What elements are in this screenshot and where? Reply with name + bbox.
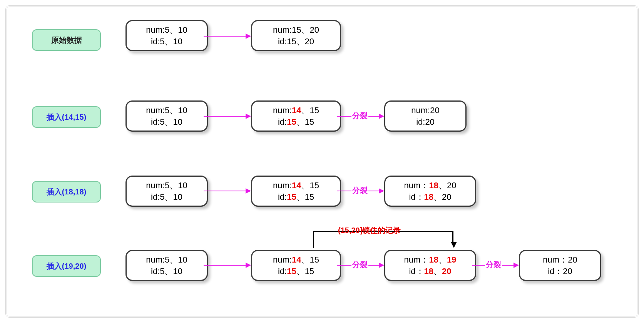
node-text: num:20: [411, 105, 439, 115]
arrow-head-icon: [379, 188, 384, 194]
node-line: num:14、15: [273, 180, 319, 191]
lock-bracket-left: [313, 231, 314, 248]
node-text: num:5、10: [146, 105, 187, 115]
node-text: id:5、10: [151, 117, 182, 127]
arrow-line: [204, 116, 246, 117]
node-text: id:5、10: [151, 37, 182, 46]
node-text: 18: [424, 192, 433, 202]
node-text: id:5、10: [151, 192, 182, 202]
node-line: id:15、15: [278, 191, 314, 203]
arrow-head-icon: [379, 263, 384, 268]
node-line: num:14、15: [273, 105, 319, 116]
node-text: 18: [429, 181, 438, 190]
node-text: 18: [429, 255, 438, 264]
arrow-label: 分裂: [351, 259, 368, 270]
outer-frame: 原始数据num:5、10id:5、10num:15、20id:15、20插入(1…: [5, 5, 639, 318]
node-text: 、: [438, 255, 447, 264]
tree-node: num:5、10id:5、10: [125, 250, 208, 281]
node-text: 、15: [301, 105, 319, 115]
node-text: 14: [292, 255, 301, 264]
row-label: 插入(14,15): [32, 106, 101, 128]
tree-node: num:14、15id:15、15: [251, 100, 341, 132]
node-text: num：: [404, 181, 429, 190]
tree-node: num:5、10id:5、10: [125, 176, 208, 207]
node-text: num:: [273, 105, 292, 115]
arrow-label-text: 分裂: [486, 260, 501, 269]
tree-node: num:5、10id:5、10: [125, 100, 208, 132]
row-label-text: 插入(18,18): [47, 187, 86, 197]
tree-node: num:14、15id:15、15: [251, 250, 341, 281]
node-text: id：: [409, 266, 424, 276]
node-line: id:15、15: [278, 266, 314, 277]
arrow-head-icon: [246, 188, 251, 194]
row-label-text: 插入(14,15): [47, 112, 86, 122]
node-line: num:5、10: [146, 105, 187, 116]
arrow-label: 分裂: [351, 110, 368, 121]
node-text: 、15: [296, 266, 314, 276]
arrow-line: [204, 36, 246, 37]
node-text: num:: [273, 181, 292, 190]
tree-node: num：20id：20: [519, 250, 601, 281]
row-label-text: 原始数据: [51, 35, 82, 45]
node-text: 、: [433, 266, 442, 276]
node-line: num：20: [543, 254, 577, 266]
node-line: num:5、10: [146, 254, 187, 266]
node-line: num:15、20: [273, 24, 319, 36]
row-label-text: 插入(19,20): [47, 261, 86, 271]
node-text: 、15: [296, 117, 314, 127]
node-line: id:5、10: [151, 266, 182, 277]
node-text: id:20: [416, 117, 435, 127]
node-text: num：: [404, 255, 429, 264]
tree-node: num:14、15id:15、15: [251, 176, 341, 207]
outer-container: 原始数据num:5、10id:5、10num:15、20id:15、20插入(1…: [0, 0, 644, 323]
lock-label: (15,20]锁住的记录: [338, 225, 401, 236]
arrow-head-icon: [514, 263, 519, 268]
tree-node: num:5、10id:5、10: [125, 20, 208, 51]
node-line: id:15、20: [278, 36, 314, 47]
node-text: id：: [409, 192, 424, 202]
arrow-head-icon: [379, 114, 384, 119]
arrow-head-icon: [246, 114, 251, 119]
arrow-line: [204, 265, 246, 266]
arrow-label-text: 分裂: [352, 186, 368, 194]
node-text: id:: [278, 192, 287, 202]
node-text: id:: [278, 266, 287, 276]
arrow-label: 分裂: [485, 259, 502, 270]
node-line: id：20: [548, 266, 572, 277]
node-line: id:5、10: [151, 116, 182, 128]
node-text: 14: [292, 105, 301, 115]
arrow-label-text: 分裂: [352, 111, 368, 120]
row-label: 插入(18,18): [32, 181, 101, 203]
node-text: 15: [287, 266, 296, 276]
node-text: 、15: [301, 255, 319, 264]
node-line: num:20: [411, 105, 439, 116]
node-line: id:5、10: [151, 36, 182, 47]
node-text: num:: [273, 255, 292, 264]
node-line: id:20: [416, 116, 435, 128]
row-label: 插入(19,20): [32, 255, 101, 277]
node-text: 20: [442, 266, 451, 276]
node-line: num:14、15: [273, 254, 319, 266]
lock-arrow-head-icon: [451, 242, 457, 248]
node-text: 15: [287, 192, 296, 202]
node-text: id：20: [548, 266, 572, 276]
node-text: 、20: [438, 181, 456, 190]
node-text: id:15、20: [278, 37, 314, 46]
node-text: 18: [424, 266, 433, 276]
arrow-line: [204, 191, 246, 191]
tree-node: num:20id:20: [384, 100, 467, 132]
node-line: num:5、10: [146, 24, 187, 36]
node-line: num：18、19: [404, 254, 457, 266]
row-label: 原始数据: [32, 29, 101, 51]
node-line: id:15、15: [278, 116, 314, 128]
arrow-head-icon: [246, 33, 251, 39]
arrow-label: 分裂: [351, 185, 368, 196]
tree-node: num：18、19id：18、20: [384, 250, 476, 281]
node-text: num:5、10: [146, 181, 187, 190]
node-line: num:5、10: [146, 180, 187, 191]
node-text: 19: [447, 255, 456, 264]
node-text: num：20: [543, 255, 577, 264]
node-text: id:5、10: [151, 266, 182, 276]
lock-bracket-right: [452, 231, 453, 243]
arrow-head-icon: [246, 263, 251, 268]
